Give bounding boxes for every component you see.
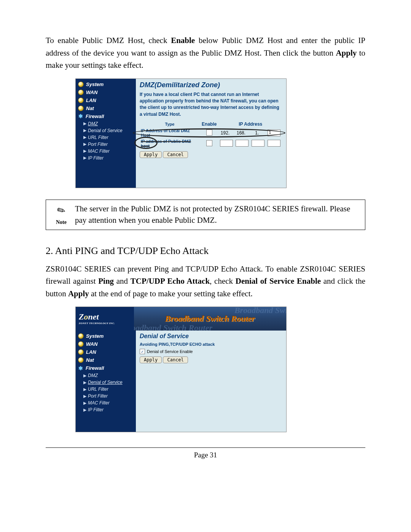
nav-sub-macfilter[interactable]: ▶MAC Filter [76, 148, 136, 155]
ip-octet-2: 168. [236, 130, 246, 136]
apply-button[interactable]: Apply [140, 151, 162, 158]
nav-item-nat[interactable]: Nat [76, 104, 136, 112]
text-bold: Ping [98, 276, 114, 286]
note-icon-column: ✎ Note [50, 203, 73, 227]
nav-sub-urlfilter[interactable]: ▶URL Filter [76, 386, 136, 393]
section-2-paragraph: ZSR0104C SERIES can prevent Ping and TCP… [46, 263, 365, 300]
nav-sub-label: URL Filter [88, 387, 108, 392]
arrow-icon: ▶ [83, 407, 86, 412]
cancel-button[interactable]: Cancel [163, 356, 188, 363]
nav-label: WAN [86, 89, 97, 95]
nav-sub-portfilter[interactable]: ▶Port Filter [76, 393, 136, 399]
text: To enable Public DMZ Host, check [46, 36, 171, 45]
arrow-icon: ▶ [83, 387, 86, 392]
public-dmz-checkbox[interactable] [206, 140, 212, 146]
nav-label: LAN [86, 97, 96, 103]
globe-icon [78, 333, 84, 339]
arrow-icon: ▶ [83, 142, 86, 147]
nav-sub-dos[interactable]: ▶Denial of Service [76, 127, 136, 134]
cancel-button[interactable]: Cancel [163, 151, 188, 158]
nav-sub-label: Denial of Service [88, 128, 123, 133]
public-ip-2-input[interactable] [236, 140, 249, 147]
nav-sub-ipfilter[interactable]: ▶IP Filter [76, 406, 136, 413]
dos-check-row: ✓ Denial of Service Enable [140, 349, 282, 354]
public-ip-1-input[interactable] [220, 140, 233, 147]
dmz-panel: DMZ(Demilitarized Zone) If you have a lo… [136, 79, 286, 188]
dmz-table: Type Enable IP Address IP Address of Loc… [140, 121, 282, 149]
nav-sub-label: Denial of Service [88, 380, 123, 385]
nav-sub-portfilter[interactable]: ▶Port Filter [76, 141, 136, 148]
nav-label: System [86, 81, 104, 87]
nav-sidebar-2: System WAN LAN Nat ✱Firewall ▶DMZ ▶Denia… [76, 331, 136, 432]
banner-ghost-2: Broadband Switch Router [134, 323, 212, 331]
text-bold: Apply [68, 289, 89, 298]
apply-button[interactable]: Apply [140, 356, 162, 363]
nav-item-system[interactable]: System [76, 332, 136, 340]
row-local-dmz-label: IP Address of Local DMZ Host [140, 128, 200, 138]
local-dmz-checkbox[interactable] [206, 129, 212, 136]
arrow-icon: ▶ [83, 380, 86, 385]
dos-screenshot: Zonet ZONET TECHNOLOGY INC. Broadband Sw… [75, 307, 287, 432]
pencil-icon: ✎ [54, 203, 68, 219]
nav-sub-urlfilter[interactable]: ▶URL Filter [76, 134, 136, 141]
nav-sidebar: System WAN LAN Nat ✱Firewall ▶DMZ ▶Denia… [76, 79, 136, 188]
public-ip-4-input[interactable] [268, 140, 280, 147]
nav-sub-label: DMZ [88, 121, 98, 126]
globe-icon [78, 105, 84, 111]
nav-sub-label: Port Filter [88, 393, 108, 399]
nav-label: System [86, 333, 104, 339]
nav-label: WAN [86, 341, 97, 347]
ip-octet-1: 192. [220, 130, 231, 136]
banner-right: Broadband Swit Broadband Switch Router B… [134, 307, 286, 331]
ip-octet-4-input[interactable]: 1 [268, 129, 280, 136]
globe-icon [78, 97, 84, 103]
globe-icon [78, 89, 84, 95]
arrow-icon: ▶ [83, 155, 86, 160]
arrow-icon: ▶ [83, 121, 86, 126]
row-public-dmz-label: IP address of Public DMZ host [140, 138, 200, 149]
col-enable: Enable [200, 121, 219, 128]
nav-sub-macfilter[interactable]: ▶MAC Filter [76, 399, 136, 406]
footer-rule [46, 447, 365, 448]
header-banner: Zonet ZONET TECHNOLOGY INC. Broadband Sw… [76, 307, 286, 331]
text-bold: Apply [336, 48, 357, 58]
arrow-icon: ▶ [83, 128, 86, 133]
nav-sub-label: URL Filter [88, 135, 108, 140]
nav-item-firewall[interactable]: ✱Firewall [76, 112, 136, 120]
nav-sub-label: Port Filter [88, 142, 108, 147]
globe-icon [78, 349, 84, 355]
nav-sub-dmz[interactable]: ▶DMZ [76, 372, 136, 379]
dos-panel: Denial of Service Avoiding PING,TCP/UDP … [136, 331, 286, 432]
logo-subtext: ZONET TECHNOLOGY INC. [79, 322, 134, 325]
nav-item-lan[interactable]: LAN [76, 96, 136, 104]
spark-icon: ✱ [78, 366, 83, 371]
intro-paragraph: To enable Public DMZ Host, check Enable … [46, 34, 365, 72]
nav-item-nat[interactable]: Nat [76, 356, 136, 364]
arrow-icon: ▶ [83, 149, 86, 153]
banner-title: Broadband Switch Router [165, 314, 255, 324]
globe-icon [78, 357, 84, 363]
nav-sub-dmz[interactable]: ▶DMZ [76, 120, 136, 127]
public-ip-3-input[interactable] [252, 140, 264, 147]
dmz-screenshot: System WAN LAN Nat ✱Firewall ▶DMZ ▶Denia… [75, 78, 287, 188]
col-type: Type [140, 121, 200, 128]
nav-item-wan[interactable]: WAN [76, 88, 136, 96]
dos-enable-checkbox[interactable]: ✓ [140, 349, 145, 354]
nav-item-firewall[interactable]: ✱Firewall [76, 364, 136, 372]
logo-text: Zonet [79, 313, 134, 321]
arrow-icon: ▶ [83, 394, 86, 399]
nav-sub-ipfilter[interactable]: ▶IP Filter [76, 155, 136, 161]
nav-sub-label: MAC Filter [88, 400, 110, 406]
arrow-icon: ▶ [83, 401, 86, 406]
footer-page-number: Page 31 [46, 451, 365, 459]
nav-sub-dos[interactable]: ▶Denial of Service [76, 379, 136, 386]
nav-item-wan[interactable]: WAN [76, 340, 136, 348]
note-box: ✎ Note The server in the Public DMZ is n… [46, 200, 365, 230]
nav-item-system[interactable]: System [76, 80, 136, 88]
nav-item-lan[interactable]: LAN [76, 348, 136, 356]
dmz-title: DMZ(Demilitarized Zone) [140, 81, 282, 89]
ip-octet-3: 1. [252, 130, 262, 136]
nav-sub-label: IP Filter [88, 155, 104, 161]
text: and [114, 276, 131, 286]
nav-label: Firewall [86, 113, 104, 119]
